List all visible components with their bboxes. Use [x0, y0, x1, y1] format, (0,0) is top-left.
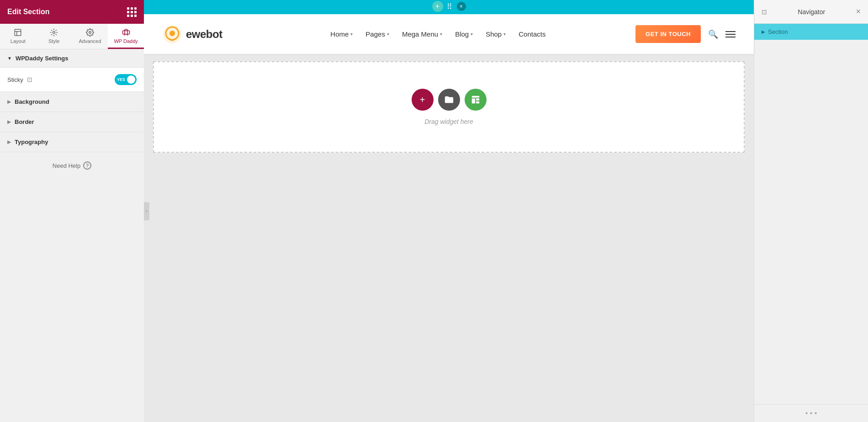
- template-widget-button[interactable]: [465, 89, 487, 111]
- preview-nav: ewebot Home ▾ Pages ▾ Mega Menu ▾ Blog: [144, 13, 754, 54]
- drop-zone: + Drag widget here: [153, 61, 745, 153]
- widget-actions: +: [412, 89, 487, 111]
- svg-rect-0: [15, 29, 21, 36]
- svg-rect-9: [471, 98, 475, 103]
- hamburger-menu-icon[interactable]: [725, 31, 736, 37]
- arrow-right-icon-2: ▶: [7, 119, 11, 124]
- panel-tabs: Layout Style Advanced WP Daddy: [0, 24, 144, 49]
- nav-pages-label: Pages: [365, 30, 385, 38]
- monitor-icon: ⊡: [27, 76, 32, 83]
- right-panel: ⊡ Navigator × ▶ Section • • •: [754, 0, 868, 422]
- svg-point-3: [53, 32, 55, 34]
- nav-blog-label: Blog: [455, 30, 469, 38]
- website-preview: ewebot Home ▾ Pages ▾ Mega Menu ▾ Blog: [144, 13, 754, 422]
- panel-header: Edit Section: [0, 0, 144, 24]
- nav-blog-chevron: ▾: [471, 32, 473, 37]
- typography-header[interactable]: ▶ Typography: [0, 132, 144, 152]
- arrow-right-icon-3: ▶: [7, 139, 11, 144]
- border-label: Border: [15, 118, 34, 125]
- svg-rect-10: [476, 98, 479, 101]
- navigator-bottom: • • •: [754, 404, 868, 422]
- tab-style-label: Style: [48, 38, 59, 44]
- tab-wpdaddy[interactable]: WP Daddy: [108, 24, 144, 49]
- svg-point-7: [169, 31, 175, 36]
- cta-button[interactable]: GET IN TOUCH: [635, 25, 701, 43]
- nav-pages-chevron: ▾: [387, 32, 389, 37]
- panel-title: Edit Section: [7, 8, 49, 16]
- nav-shop-chevron: ▾: [503, 32, 506, 37]
- background-header[interactable]: ▶ Background: [0, 92, 144, 112]
- svg-point-4: [89, 32, 91, 34]
- background-section: ▶ Background: [0, 92, 144, 112]
- preview-logo: ewebot: [162, 24, 222, 44]
- nav-mega-menu[interactable]: Mega Menu ▾: [402, 30, 442, 38]
- toolbar-close-button[interactable]: ×: [457, 2, 466, 11]
- typography-label: Typography: [15, 139, 48, 145]
- navigator-dots-icon: • • •: [805, 409, 817, 417]
- nav-actions: GET IN TOUCH 🔍: [635, 25, 736, 43]
- svg-rect-11: [476, 101, 479, 104]
- nav-contacts[interactable]: Contacts: [519, 30, 545, 38]
- wpdaddy-section-header[interactable]: ▼ WPDaddy Settings: [0, 49, 144, 68]
- navigator-arrow-icon: ▶: [762, 29, 765, 34]
- sticky-text: Sticky: [7, 76, 23, 83]
- border-header[interactable]: ▶ Border: [0, 112, 144, 132]
- tab-layout[interactable]: Layout: [0, 24, 36, 49]
- background-label: Background: [15, 98, 49, 105]
- toolbar-drag-handle[interactable]: ⠿: [447, 2, 453, 11]
- nav-home[interactable]: Home ▾: [330, 30, 353, 38]
- navigator-close-button[interactable]: ×: [856, 7, 861, 16]
- nav-shop[interactable]: Shop ▾: [486, 30, 506, 38]
- need-help[interactable]: Need Help ?: [0, 152, 144, 179]
- nav-links: Home ▾ Pages ▾ Mega Menu ▾ Blog ▾ Shop: [241, 30, 635, 38]
- panel-content: ▼ WPDaddy Settings Sticky ⊡ YES ▶ Backgr…: [0, 49, 144, 422]
- sticky-label: Sticky ⊡: [7, 76, 32, 83]
- chevron-left-icon: ‹: [146, 208, 147, 214]
- nav-pages[interactable]: Pages ▾: [365, 30, 389, 38]
- add-widget-button[interactable]: +: [412, 89, 434, 111]
- folder-widget-button[interactable]: [438, 89, 460, 111]
- left-panel: Edit Section Layout Style: [0, 0, 144, 422]
- navigator-section-item[interactable]: ▶ Section: [754, 24, 868, 40]
- navigator-title: Navigator: [798, 8, 825, 16]
- navigator-section-label: Section: [768, 28, 788, 35]
- logo-text: ewebot: [186, 28, 222, 41]
- tab-layout-label: Layout: [11, 38, 26, 44]
- navigator-icon: ⊡: [762, 8, 767, 16]
- section-toolbar-bar: + ⠿ ×: [144, 0, 754, 13]
- main-area: + ⠿ × ewebot Home ▾: [144, 0, 754, 422]
- tab-style[interactable]: Style: [36, 24, 72, 49]
- sticky-row: Sticky ⊡ YES: [0, 68, 144, 92]
- nav-home-chevron: ▾: [350, 32, 353, 37]
- navigator-header: ⊡ Navigator ×: [754, 0, 868, 24]
- nav-mega-menu-label: Mega Menu: [402, 30, 438, 38]
- drag-hint: Drag widget here: [424, 118, 473, 125]
- svg-rect-8: [471, 96, 479, 98]
- arrow-down-icon: ▼: [7, 56, 12, 61]
- nav-home-label: Home: [330, 30, 349, 38]
- nav-blog[interactable]: Blog ▾: [455, 30, 473, 38]
- search-icon[interactable]: 🔍: [708, 29, 718, 39]
- nav-contacts-label: Contacts: [519, 30, 545, 38]
- need-help-text: Need Help: [53, 162, 80, 169]
- panel-collapse-handle[interactable]: ‹: [144, 202, 149, 220]
- toolbar-add-button[interactable]: +: [432, 1, 443, 12]
- tab-advanced[interactable]: Advanced: [72, 24, 108, 49]
- help-icon: ?: [83, 161, 91, 170]
- nav-mega-menu-chevron: ▾: [440, 32, 442, 37]
- tab-wpdaddy-label: WP Daddy: [114, 38, 138, 44]
- tab-advanced-label: Advanced: [79, 38, 101, 44]
- panel-grid-icon[interactable]: [127, 7, 137, 17]
- logo-icon: [162, 24, 182, 44]
- arrow-right-icon: ▶: [7, 99, 11, 104]
- border-section: ▶ Border: [0, 112, 144, 132]
- toggle-yes-label: YES: [117, 77, 125, 82]
- sticky-toggle[interactable]: YES: [115, 74, 137, 85]
- wpdaddy-section-title: WPDaddy Settings: [16, 55, 69, 62]
- nav-shop-label: Shop: [486, 30, 502, 38]
- typography-section: ▶ Typography: [0, 132, 144, 152]
